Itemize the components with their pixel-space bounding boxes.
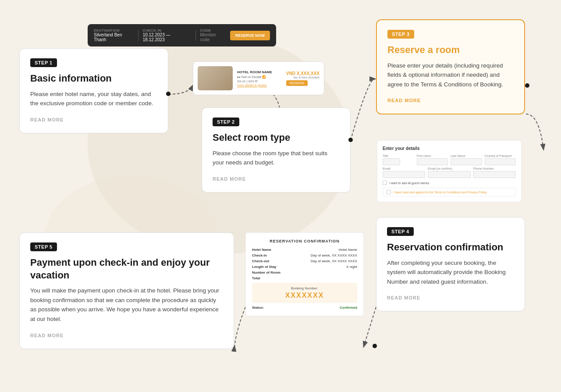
step1-title: Basic information: [30, 72, 157, 85]
checkin-label: CHECK-IN: [143, 29, 191, 32]
step3-badge: STEP 3: [387, 30, 414, 39]
rcp-hotel-value: Hotel Name: [339, 248, 357, 252]
step1-card: STEP 1 Basic information Please enter ho…: [19, 48, 168, 133]
dp-lastname-input[interactable]: [451, 158, 482, 165]
step4-badge: STEP 4: [387, 227, 414, 236]
step5-title: Payment upon check-in and enjoy your vac…: [30, 257, 223, 282]
dp-phone-field: Phone Number: [473, 167, 516, 178]
dp-terms-link[interactable]: Terms & Conditions: [434, 191, 461, 194]
dot-step4-bottom: [373, 344, 377, 348]
step2-read-more[interactable]: READ MORE: [213, 176, 246, 182]
rcp-booking-number: XXXXXXX: [256, 292, 354, 299]
step4-title: Reservation confirmation: [387, 241, 514, 254]
rcp-checkout-value: Day of week, XX XXXX XXXX: [311, 259, 357, 263]
rcp-hotel-row: Hotel Name Hotel Name: [252, 248, 357, 252]
booking-bar: DESTINATION Silverland Ben Thanh CHECK-I…: [88, 24, 276, 46]
dp-agree-label: I have read and agreed to the Terms & Co…: [393, 191, 487, 194]
step5-description: You will make the payment upon check-in …: [30, 286, 223, 324]
dp-email-reconfirm-input[interactable]: [428, 171, 470, 178]
dp-title: Enter your details: [383, 146, 516, 151]
destination-value: Silverland Ben Thanh: [94, 32, 134, 42]
rcp-status-value: Confirmed: [340, 306, 357, 310]
code-label: CODE: [200, 29, 226, 32]
dp-phone-input[interactable]: [473, 171, 516, 178]
step2-title: Select room type: [213, 132, 340, 144]
room-link[interactable]: room details & photos: [237, 84, 282, 87]
rcp-rooms-row: Number of Room: [252, 271, 357, 274]
step1-read-more[interactable]: READ MORE: [30, 117, 64, 122]
details-preview: Enter your details Title First name Last…: [377, 140, 522, 202]
dp-row-1: Title First name Last Name Country of Pa…: [383, 154, 516, 165]
dp-guest-names-checkbox[interactable]: [383, 181, 387, 185]
rcp-checkout-row: Check-out Day of week, XX XXXX XXXX: [252, 259, 357, 263]
step1-badge: STEP 1: [30, 58, 57, 67]
dp-title-input[interactable]: [383, 158, 400, 165]
rcp-checkin-row: Check-in Day of week, XX XXXX XXXX: [252, 253, 357, 257]
dp-agree-row: I have read and agreed to the Terms & Co…: [383, 188, 516, 196]
rcp-rooms-label: Number of Room: [252, 271, 280, 274]
room-image: [198, 66, 233, 90]
dp-lastname-field: Last Name: [451, 154, 482, 165]
room-size: XX m² | XXX ft²: [237, 80, 282, 83]
dot-step1-to-preview: [166, 92, 170, 96]
reserve-now-button[interactable]: RESERVE NOW: [230, 31, 270, 40]
step1-description: Please enter hotel name, your stay dates…: [30, 89, 157, 108]
checkin-field: CHECK-IN 10.12.2023 — 18.12.2023: [143, 29, 191, 42]
price-value: VND X,XXX,XXX: [286, 71, 320, 76]
room-name: HOTEL ROOM NAME: [237, 70, 282, 74]
rcp-status-label: Status:: [252, 306, 264, 310]
step3-title: Reserve a room: [387, 44, 514, 57]
rcp-title: RESERVATION CONFIRMATION: [252, 239, 357, 243]
dp-email-input[interactable]: [383, 171, 425, 178]
dp-email-reconfirm-field: Email (re-confirm): [428, 167, 470, 178]
step4-read-more[interactable]: READ MORE: [387, 295, 420, 300]
dot-step2-to-step3: [348, 138, 353, 142]
step4-description: After completing your secure booking, th…: [387, 258, 514, 287]
dp-firstname-input[interactable]: [417, 158, 448, 165]
rcp-checkin-value: Day of week, XX XXXX XXXX: [311, 253, 357, 257]
rcp-length-value: X night: [346, 265, 357, 269]
separator1: [138, 30, 138, 41]
rcp-length-label: Length of Stay: [252, 265, 277, 269]
separator2: [195, 30, 196, 41]
dp-guest-names-row: I want to add all guest names.: [383, 181, 516, 185]
checkin-value: 10.12.2023 — 18.12.2023: [143, 32, 191, 42]
step4-card: STEP 4 Reservation confirmation After co…: [376, 217, 525, 311]
rcp-total-label: Total: [252, 276, 260, 280]
step2-badge: STEP 2: [213, 118, 239, 126]
rcp-booking-box: Booking Number: XXXXXXX: [252, 283, 357, 303]
dp-firstname-field: First name: [417, 154, 448, 165]
price-note: tax & fees included: [286, 76, 320, 79]
step3-description: Please enter your details (including req…: [387, 61, 514, 89]
step3-read-more[interactable]: READ MORE: [387, 98, 421, 103]
step5-card: STEP 5 Payment upon check-in and enjoy y…: [19, 232, 234, 349]
rcp-total-row: Total: [252, 276, 357, 280]
res-confirm-preview: RESERVATION CONFIRMATION Hotel Name Hote…: [245, 232, 364, 316]
rcp-booking-label: Booking Number:: [256, 286, 354, 290]
dp-agree-checkbox[interactable]: [387, 190, 391, 194]
dp-country-input[interactable]: [485, 158, 516, 165]
rcp-checkout-label: Check-out: [252, 259, 269, 263]
room-type: 🛏 Twin or Double 📶: [237, 75, 282, 79]
code-field: CODE Member code: [200, 29, 226, 42]
dp-privacy-link[interactable]: Privacy Policy: [468, 191, 487, 194]
destination-field: DESTINATION Silverland Ben Thanh: [94, 29, 134, 42]
step3-card: STEP 3 Reserve a room Please enter your …: [376, 19, 525, 114]
rcp-checkin-label: Check-in: [252, 253, 267, 257]
step2-card: STEP 2 Select room type Please choose th…: [202, 107, 351, 192]
rcp-length-row: Length of Stay X night: [252, 265, 357, 269]
room-info: HOTEL ROOM NAME 🛏 Twin or Double 📶 XX m²…: [237, 70, 282, 87]
dp-row-2: Email Email (re-confirm) Phone Number: [383, 167, 516, 178]
step5-read-more[interactable]: READ MORE: [30, 333, 64, 338]
code-value: Member code: [200, 32, 226, 42]
dp-title-field: Title: [383, 154, 414, 165]
hotel-room-preview: HOTEL ROOM NAME 🛏 Twin or Double 📶 XX m²…: [193, 61, 324, 95]
rcp-hotel-label: Hotel Name: [252, 248, 271, 252]
room-price: VND X,XXX,XXX tax & fees included RESERV…: [286, 71, 320, 86]
rcp-status-row: Status: Confirmed: [252, 306, 357, 310]
step5-badge: STEP 5: [30, 242, 57, 251]
dp-country-field: Country of Passport: [485, 154, 516, 165]
step2-description: Please choose the room type that best su…: [213, 149, 340, 167]
reserve-button-sm[interactable]: RESERVE: [286, 80, 308, 86]
destination-label: DESTINATION: [94, 29, 134, 32]
